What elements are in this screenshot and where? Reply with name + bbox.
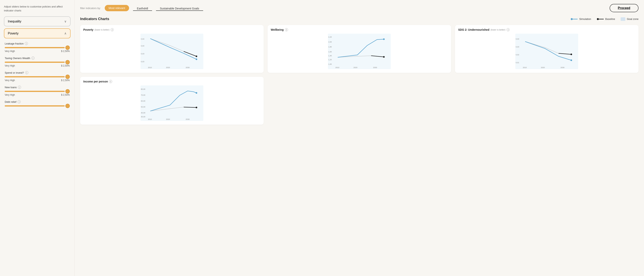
info-icon-income-chart[interactable]: i bbox=[109, 80, 112, 83]
accordion-header-poverty[interactable]: Poverty ∧ bbox=[4, 28, 70, 38]
baseline-line-icon bbox=[597, 18, 604, 20]
slider-label-leakage: Leakage fraction i bbox=[5, 42, 70, 45]
slider-label-taxing: Taxing Owners Wealth i bbox=[5, 57, 70, 60]
svg-text:2010: 2010 bbox=[335, 67, 339, 69]
chart-svg-poverty: 0,04 0,04 0,03 0,03 2010 2020 2030 bbox=[83, 34, 260, 69]
chart-card-sdg2: SDG 2: Undernourished (lower is better) … bbox=[455, 25, 638, 73]
svg-text:1,80: 1,80 bbox=[328, 46, 332, 48]
slider-high-label-loans: $ 2,50% bbox=[61, 93, 70, 96]
slider-track-spend[interactable] bbox=[5, 76, 70, 77]
svg-text:0,03: 0,03 bbox=[141, 53, 144, 55]
info-icon-loans[interactable]: i bbox=[18, 86, 21, 89]
info-icon-leakage[interactable]: i bbox=[25, 42, 28, 45]
svg-text:2010: 2010 bbox=[148, 67, 152, 69]
svg-point-13 bbox=[196, 58, 197, 60]
svg-rect-27 bbox=[515, 34, 578, 69]
svg-point-0 bbox=[571, 18, 573, 20]
filter-sdg-button[interactable]: Sustainable Development Goals bbox=[156, 5, 203, 11]
info-icon-wellbeing-chart[interactable]: i bbox=[285, 28, 288, 31]
info-icon-spend[interactable]: i bbox=[25, 71, 28, 74]
svg-point-2 bbox=[597, 18, 599, 20]
chart-subtitle-poverty: (lower is better) bbox=[94, 29, 110, 31]
accordion-header-inequality[interactable]: Inequality ∨ bbox=[4, 16, 70, 26]
slider-label-spend: Spend or invest? i bbox=[5, 71, 70, 74]
slider-low-label-taxing: Very High bbox=[5, 64, 15, 67]
svg-point-35 bbox=[570, 54, 572, 55]
info-icon-taxing[interactable]: i bbox=[32, 57, 34, 60]
chart-card-wellbeing: Wellbeing i 2,20 2,00 1,80 1,60 1,40 1,2… bbox=[268, 25, 451, 73]
sidebar: Adjust sliders below to customise polici… bbox=[0, 0, 75, 276]
chart-card-poverty: Poverty (lower is better) i 0,04 0,04 0,… bbox=[80, 25, 264, 73]
slider-fill-spend bbox=[5, 76, 65, 77]
chart-label-poverty: Poverty bbox=[83, 28, 93, 31]
svg-text:2030: 2030 bbox=[186, 67, 190, 69]
slider-thumb-taxing[interactable] bbox=[66, 60, 70, 64]
slider-group-loans: New loans i Very High $ 2,50% bbox=[5, 86, 70, 96]
svg-text:0,04: 0,04 bbox=[141, 38, 144, 40]
charts-grid-top: Poverty (lower is better) i 0,04 0,04 0,… bbox=[80, 25, 638, 73]
slider-low-label-leakage: Very High bbox=[5, 50, 15, 53]
slider-group-leakage: Leakage fraction i Very High $ 2,50% bbox=[5, 42, 70, 53]
info-icon-debt[interactable]: i bbox=[18, 100, 21, 103]
svg-text:40,00: 40,00 bbox=[141, 112, 146, 114]
chart-svg-sdg2: 0,03 0,03 0,02 0,01 2010 2020 2030 bbox=[458, 34, 635, 69]
main-content: filter indicators by: Most relevant Eart… bbox=[75, 0, 644, 276]
svg-point-36 bbox=[570, 59, 572, 61]
chart-title-poverty: Poverty (lower is better) i bbox=[83, 28, 260, 31]
filter-most-relevant-button[interactable]: Most relevant bbox=[105, 5, 129, 11]
svg-text:2020: 2020 bbox=[166, 67, 170, 69]
svg-text:30,00: 30,00 bbox=[141, 116, 146, 118]
filter-earth4all-button[interactable]: Earth4All bbox=[133, 5, 152, 11]
slider-group-debt: Debt relief i bbox=[5, 100, 70, 106]
slider-track-taxing[interactable] bbox=[5, 62, 70, 63]
slider-thumb-loans[interactable] bbox=[66, 89, 70, 93]
slider-track-debt[interactable] bbox=[5, 105, 70, 106]
slider-values-taxing: Very High $ 2,50% bbox=[5, 64, 70, 67]
svg-text:0,03: 0,03 bbox=[516, 46, 519, 48]
filter-label: filter indicators by: bbox=[80, 7, 101, 10]
chart-title-wellbeing: Wellbeing i bbox=[271, 28, 448, 31]
info-icon-sdg2-chart[interactable]: i bbox=[506, 28, 510, 31]
simulation-line-icon bbox=[570, 18, 578, 20]
chart-title-income: Income per person i bbox=[83, 80, 260, 83]
slider-label-debt: Debt relief i bbox=[5, 100, 70, 103]
charts-grid-bottom: Income per person i 80,00 70,00 60,00 50… bbox=[80, 77, 638, 125]
chart-label-wellbeing: Wellbeing bbox=[271, 28, 284, 31]
slider-fill-leakage bbox=[5, 47, 65, 48]
legend: Simulation Baseline Goal zone bbox=[570, 17, 638, 21]
svg-text:2020: 2020 bbox=[541, 67, 545, 69]
legend-goal: Goal zone bbox=[620, 17, 638, 21]
slider-thumb-debt[interactable] bbox=[66, 104, 70, 108]
slider-thumb-leakage[interactable] bbox=[66, 46, 70, 50]
svg-point-47 bbox=[196, 107, 197, 108]
proceed-button[interactable]: Proceed bbox=[610, 4, 638, 12]
chart-card-income: Income per person i 80,00 70,00 60,00 50… bbox=[80, 77, 264, 125]
slider-fill-taxing bbox=[5, 62, 65, 63]
svg-text:2,20: 2,20 bbox=[328, 36, 332, 38]
slider-group-taxing: Taxing Owners Wealth i Very High $ 2,50% bbox=[5, 57, 70, 67]
top-bar: filter indicators by: Most relevant Eart… bbox=[80, 4, 638, 12]
slider-track-loans[interactable] bbox=[5, 91, 70, 92]
svg-text:0,02: 0,02 bbox=[516, 54, 519, 56]
accordion-inequality: Inequality ∨ bbox=[4, 16, 70, 26]
chart-title-sdg2: SDG 2: Undernourished (lower is better) … bbox=[458, 28, 635, 31]
slider-text-leakage: Leakage fraction bbox=[5, 42, 24, 45]
charts-title: Indicators Charts bbox=[80, 17, 109, 21]
charts-header: Indicators Charts Simulation Baseline Go… bbox=[80, 17, 638, 21]
svg-rect-14 bbox=[328, 34, 391, 69]
chart-subtitle-sdg2: (lower is better) bbox=[490, 29, 506, 31]
legend-simulation: Simulation bbox=[570, 18, 591, 21]
info-icon-poverty-chart[interactable]: i bbox=[110, 28, 114, 31]
svg-text:0,04: 0,04 bbox=[141, 45, 144, 47]
svg-text:2030: 2030 bbox=[560, 67, 564, 69]
chart-label-income: Income per person bbox=[83, 80, 108, 83]
svg-text:0,03: 0,03 bbox=[516, 38, 519, 40]
slider-text-spend: Spend or invest? bbox=[5, 71, 24, 74]
svg-text:2010: 2010 bbox=[523, 67, 527, 69]
slider-track-leakage[interactable] bbox=[5, 47, 70, 48]
slider-thumb-spend[interactable] bbox=[66, 75, 70, 79]
svg-text:2020: 2020 bbox=[354, 67, 357, 69]
svg-text:1,60: 1,60 bbox=[328, 51, 332, 53]
slider-text-loans: New loans bbox=[5, 86, 17, 89]
chart-svg-income: 80,00 70,00 60,00 50,00 40,00 30,00 2010… bbox=[83, 85, 260, 121]
